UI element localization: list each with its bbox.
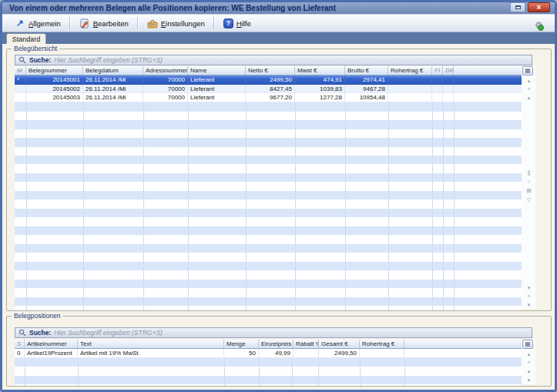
- search-field-positionen[interactable]: Suche: Hier Suchbegriff eingeben (STRG+S…: [15, 327, 532, 338]
- table-row[interactable]: 0 Artikel19Prozent Artikel mit 19% MwSt.…: [15, 349, 522, 358]
- column-header-mwst[interactable]: Mwst €: [295, 66, 345, 75]
- cell-gesamt: 2499,50: [319, 349, 360, 357]
- cell-adressnummer: 70000: [143, 93, 188, 102]
- column-header-dr[interactable]: DR: [443, 66, 454, 75]
- column-header-belegnummer[interactable]: Belegnummer: [26, 66, 83, 75]
- toolbar: ↗ Allgemein Bearbeiten Einstellungen ? H…: [2, 14, 555, 32]
- table-row[interactable]: 20145002 26.11.2014 /Mi 70000 Lieferant …: [15, 85, 522, 94]
- insert-row-button[interactable]: +: [524, 359, 533, 367]
- filter-button[interactable]: ▽: [524, 196, 533, 204]
- group-label: Belegübersicht: [12, 45, 59, 52]
- add-row-button[interactable]: +: [524, 293, 533, 300]
- scroll-first-button[interactable]: ▴: [524, 350, 533, 358]
- grid-side-toolbar: ▦ ▴ + ▴ (( ○ ▤ ▽ ▾ + ▾: [522, 66, 535, 309]
- detail-list-button[interactable]: ▤: [524, 187, 533, 195]
- column-header-einzelpreis[interactable]: Einzelpreis €: [259, 340, 294, 348]
- column-header-filler: [454, 66, 522, 75]
- cell-mwst: 1277,28: [295, 93, 345, 102]
- cell-belegnummer: 20145002: [26, 85, 83, 93]
- menu-allgemein[interactable]: ↗ Allgemein: [8, 16, 67, 31]
- table-row-selected[interactable]: * 20145001 26.11.2014 /Mi 70000 Lieferan…: [15, 75, 522, 85]
- cell-netto: 8427,45: [246, 85, 295, 93]
- scroll-last-button[interactable]: ▾: [524, 377, 533, 384]
- page-down-button[interactable]: ▾: [524, 284, 533, 292]
- group-belegpositionen: Belegpositionen Suche: Hier Suchbegriff …: [6, 316, 552, 387]
- edit-note-icon: [79, 18, 90, 28]
- column-header-menge[interactable]: Menge: [224, 340, 259, 348]
- restore-button[interactable]: [510, 2, 525, 12]
- column-header-s[interactable]: S: [15, 340, 25, 348]
- search-field-uebersicht[interactable]: Suche: Hier Suchbegriff eingeben (STRG+S…: [15, 55, 532, 65]
- column-header-fi[interactable]: FI: [432, 66, 443, 75]
- cell-belegnummer: 20145001: [26, 75, 83, 84]
- menu-einstellungen[interactable]: Einstellungen: [141, 16, 211, 31]
- column-chooser-button[interactable]: ▦: [522, 340, 533, 349]
- search-label: Suche:: [29, 56, 51, 64]
- cell-netto: 2499,50: [246, 75, 295, 84]
- group-button[interactable]: ((: [524, 169, 533, 176]
- column-header-belegdatum[interactable]: Belegdatum: [83, 66, 143, 75]
- cell-netto: 9677,20: [246, 93, 295, 102]
- window-title: Von einem oder mehreren Belegen alle Pos…: [2, 4, 336, 12]
- settings-sync-button[interactable]: ⚙: [535, 18, 547, 30]
- toolbar-separator: [137, 17, 139, 29]
- column-header-rohertrag[interactable]: Rohertrag €: [388, 66, 432, 75]
- column-chooser-button[interactable]: ▦: [522, 66, 533, 75]
- toolbox-icon: [147, 18, 158, 28]
- cell-filler: [454, 75, 522, 84]
- search-icon: [18, 56, 26, 64]
- arrow-icon: ↗: [15, 18, 25, 28]
- menu-bearbeiten[interactable]: Bearbeiten: [73, 16, 135, 31]
- help-icon: ?: [223, 18, 233, 28]
- column-header-rohertrag[interactable]: Rohertrag €: [360, 340, 404, 348]
- cell-filler: [454, 93, 522, 102]
- column-header-brutto[interactable]: Brutto €: [345, 66, 388, 75]
- group-label: Belegpositionen: [12, 312, 63, 320]
- cell-fi: [432, 93, 443, 102]
- cell-dr: [443, 85, 454, 93]
- column-header-name[interactable]: Name: [188, 66, 246, 75]
- cell-s: 0: [15, 349, 25, 357]
- column-header-text[interactable]: Text: [78, 340, 224, 348]
- restore-icon: [515, 5, 521, 9]
- cell-belegnummer: 20145003: [26, 93, 83, 102]
- group-belegübersicht: Belegübersicht Suche: Hier Suchbegriff e…: [6, 49, 552, 311]
- column-header-m[interactable]: M: [15, 66, 26, 75]
- column-header-rabatt[interactable]: Rabatt %: [294, 340, 319, 348]
- grid-side-toolbar: ▦ ▴ + ▴ ▾: [522, 340, 535, 384]
- cell-rabatt: [294, 349, 319, 357]
- cell-belegdatum: 26.11.2014 /Mi: [83, 93, 143, 102]
- table-row[interactable]: 20145003 26.11.2014 /Mi 70000 Lieferant …: [15, 93, 522, 102]
- scroll-first-button[interactable]: ▴: [524, 77, 533, 85]
- cell-belegdatum: 26.11.2014 /Mi: [83, 75, 143, 84]
- page-up-button[interactable]: ▴: [524, 94, 533, 102]
- cell-brutto: 9467,28: [345, 85, 388, 93]
- cell-adressnummer: 70000: [143, 85, 188, 93]
- cell-name: Lieferant: [188, 93, 246, 102]
- column-header-gesamt[interactable]: Gesamt €: [319, 340, 360, 348]
- search-row-button[interactable]: ○: [524, 178, 533, 186]
- column-header-netto[interactable]: Netto €: [246, 66, 295, 75]
- empty-grid-area: [15, 102, 522, 310]
- cell-adressnummer: 70000: [143, 75, 188, 84]
- close-button[interactable]: ×: [528, 2, 550, 12]
- cell-mwst: 1039,83: [295, 85, 345, 93]
- tab-standard[interactable]: Standard: [6, 33, 46, 44]
- cell-fi: [432, 85, 443, 93]
- row-marker: *: [15, 75, 26, 84]
- cell-rohertrag: [388, 93, 432, 102]
- insert-row-button[interactable]: +: [524, 85, 533, 93]
- page-up-button[interactable]: ▴: [524, 367, 533, 375]
- menu-hilfe[interactable]: ? Hilfe: [217, 16, 257, 31]
- cell-artikelnummer: Artikel19Prozent: [25, 349, 78, 357]
- toolbar-separator: [69, 17, 71, 29]
- column-header-adressnummer[interactable]: Adressnummer: [143, 66, 188, 75]
- cell-dr: [443, 93, 454, 102]
- content-area: Belegübersicht Suche: Hier Suchbegriff e…: [2, 44, 555, 390]
- application-window: Von einem oder mehreren Belegen alle Pos…: [0, 0, 557, 392]
- column-header-filler: [404, 340, 522, 348]
- column-header-artikelnummer[interactable]: Artikelnummer: [25, 340, 78, 348]
- cell-menge: 50: [224, 349, 259, 357]
- scroll-last-button[interactable]: ▾: [524, 301, 533, 309]
- cell-text: Artikel mit 19% MwSt.: [78, 349, 224, 357]
